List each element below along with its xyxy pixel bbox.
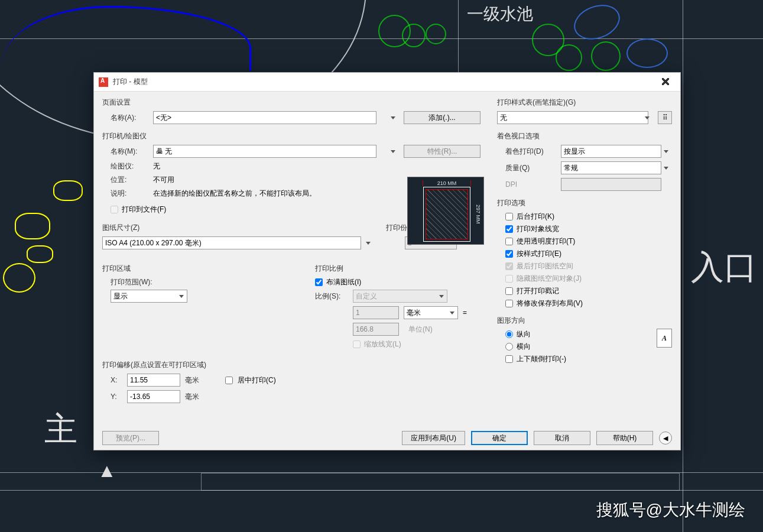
scale-lineweights-label: 缩放线宽(L) <box>364 339 401 349</box>
print-to-file-label: 打印到文件(F) <box>122 205 166 215</box>
plot-area-group: 打印区域 打印范围(W): 显示 <box>102 264 303 352</box>
style-table-select[interactable]: 无 <box>497 111 648 124</box>
offset-y-input[interactable] <box>127 390 180 403</box>
opt-save-checkbox[interactable] <box>505 300 513 307</box>
scale-label: 比例(S): <box>315 291 348 301</box>
close-button[interactable]: 🗙 <box>653 73 678 91</box>
apply-to-layout-button[interactable]: 应用到布局(U) <box>402 431 465 445</box>
fit-to-paper-checkbox[interactable] <box>315 278 323 286</box>
page-setup-heading: 页面设置 <box>102 98 480 108</box>
offset-y-unit: 毫米 <box>185 392 199 402</box>
paper-size-select[interactable]: ISO A4 (210.00 x 297.00 毫米) <box>102 236 361 249</box>
plot-offset-heading: 打印偏移(原点设置在可打印区域) <box>102 360 303 370</box>
printer-name-select[interactable]: 🖶 无 <box>153 145 376 158</box>
watermark: 搜狐号@大水牛测绘 <box>596 499 745 521</box>
quality-label: 质量(Q) <box>505 163 556 173</box>
offset-x-input[interactable] <box>127 374 180 387</box>
shade-plot-label: 着色打印(D) <box>505 147 556 157</box>
style-table-group: 打印样式表(画笔指定)(G) 无 ⠿ <box>497 98 672 124</box>
location-label: 位置: <box>111 175 148 185</box>
offset-x-unit: 毫米 <box>185 375 199 385</box>
scale-select: 自定义 <box>353 290 447 303</box>
page-setup-add-button[interactable]: 添加(.)... <box>404 111 480 124</box>
offset-x-label: X: <box>111 376 122 384</box>
bg-arrow-icon: ▲ <box>98 460 116 482</box>
plot-scale-heading: 打印比例 <box>315 264 480 274</box>
landscape-radio[interactable] <box>505 343 513 351</box>
printer-heading: 打印机/绘图仪 <box>102 131 480 141</box>
paper-size-heading: 图纸尺寸(Z) <box>102 223 374 233</box>
paper-size-group: 图纸尺寸(Z) ISO A4 (210.00 x 297.00 毫米) <box>102 223 374 253</box>
opt-bg-checkbox[interactable] <box>505 213 513 220</box>
equals-label: = <box>463 309 467 317</box>
plotter-label: 绘图仪: <box>111 161 148 171</box>
paper-width-label: 210 MM <box>423 180 471 186</box>
page-setup-group: 页面设置 名称(A): <无> 添加(.)... <box>102 98 480 124</box>
plot-offset-group: 打印偏移(原点设置在可打印区域) X: 毫米 居中打印(C) Y: 毫米 <box>102 360 303 403</box>
scale-unit-select[interactable]: 毫米 <box>404 306 458 319</box>
shaded-viewport-group: 着色视口选项 着色打印(D)按显示 质量(Q)常规 DPI <box>497 131 672 191</box>
help-button[interactable]: 帮助(H) <box>596 431 653 445</box>
plot-area-heading: 打印区域 <box>102 264 303 274</box>
opt-styles-checkbox[interactable] <box>505 250 513 258</box>
plot-options-heading: 打印选项 <box>497 198 672 208</box>
opt-hide-checkbox <box>505 275 513 283</box>
print-to-file-checkbox <box>111 206 118 213</box>
desc-value: 在选择新的绘图仪配置名称之前，不能打印该布局。 <box>153 189 316 199</box>
scale-draw-input <box>353 323 399 336</box>
app-icon <box>99 77 108 87</box>
plot-range-label: 打印范围(W): <box>111 277 303 287</box>
bg-label-main: 主 <box>44 407 77 452</box>
style-table-heading: 打印样式表(画笔指定)(G) <box>497 98 672 108</box>
orientation-group: 图形方向 纵向 横向 上下颠倒打印(-) A <box>497 316 672 364</box>
center-plot-label: 居中打印(C) <box>238 375 276 385</box>
dpi-input <box>561 178 661 191</box>
center-plot-checkbox[interactable] <box>225 377 233 384</box>
opt-transparency-checkbox[interactable] <box>505 238 513 245</box>
preview-button: 预览(P)... <box>102 431 159 445</box>
plot-options-group: 打印选项 后台打印(K) 打印对象线宽 使用透明度打印(T) 按样式打印(E) … <box>497 198 672 309</box>
more-options-button[interactable]: ◀ <box>659 432 672 445</box>
upside-down-checkbox[interactable] <box>505 355 513 363</box>
printer-properties-button: 特性(R)... <box>404 145 480 158</box>
print-dialog: 打印 - 模型 🗙 页面设置 名称(A): <无> 添加(.)... 打印机/绘… <box>93 72 681 450</box>
dialog-footer: 预览(P)... 应用到布局(U) 确定 取消 帮助(H) ◀ <box>94 426 680 450</box>
dialog-title: 打印 - 模型 <box>113 77 653 87</box>
plot-scale-group: 打印比例 布满图纸(I) 比例(S): 自定义 毫米 = <box>315 264 480 352</box>
location-value: 不可用 <box>153 175 174 185</box>
style-table-edit-button[interactable]: ⠿ <box>658 111 672 124</box>
opt-last-checkbox <box>505 262 513 270</box>
plotter-value: 无 <box>153 161 160 171</box>
opt-lineweight-checkbox[interactable] <box>505 225 513 233</box>
orientation-heading: 图形方向 <box>497 316 672 326</box>
titlebar[interactable]: 打印 - 模型 🗙 <box>94 73 680 92</box>
orientation-icon: A <box>657 329 672 348</box>
ok-button[interactable]: 确定 <box>471 431 528 445</box>
opt-stamp-checkbox[interactable] <box>505 287 513 295</box>
dpi-label: DPI <box>505 180 556 189</box>
bg-label-entry: 入口 <box>691 245 757 290</box>
portrait-radio[interactable] <box>505 330 513 338</box>
fit-to-paper-label: 布满图纸(I) <box>326 277 361 287</box>
page-setup-name-label: 名称(A): <box>111 113 148 123</box>
scale-draw-unit-label: 单位(N) <box>408 325 433 335</box>
paper-preview: 210 MM 297 MM <box>407 177 484 245</box>
cancel-button[interactable]: 取消 <box>534 431 590 445</box>
scale-unit-input <box>353 306 399 319</box>
bg-label-pool: 一级水池 <box>467 3 533 25</box>
paper-height-label: 297 MM <box>475 189 481 239</box>
printer-name-label: 名称(M): <box>111 147 148 157</box>
page-setup-name-select[interactable]: <无> <box>153 111 376 124</box>
desc-label: 说明: <box>111 189 148 199</box>
shade-plot-select[interactable]: 按显示 <box>561 145 661 158</box>
shaded-heading: 着色视口选项 <box>497 131 672 141</box>
quality-select[interactable]: 常规 <box>561 161 661 174</box>
plot-range-select[interactable]: 显示 <box>111 290 187 303</box>
offset-y-label: Y: <box>111 392 122 401</box>
scale-lineweights-checkbox <box>353 340 361 348</box>
